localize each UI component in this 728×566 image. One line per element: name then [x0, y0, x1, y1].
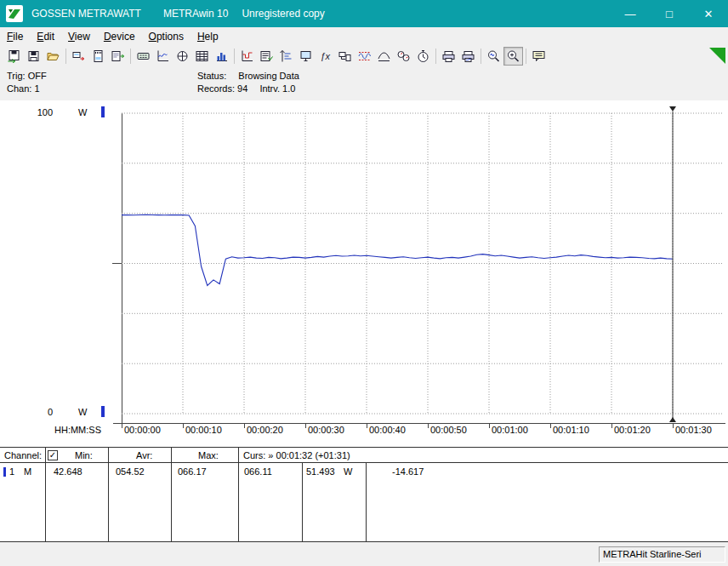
x-tick-label: 00:00:00	[124, 425, 161, 435]
toolbar: ƒx	[0, 45, 728, 67]
stopwatch-interval-icon	[416, 49, 430, 63]
x-axis-format-label: HH:MM:SS	[54, 425, 101, 435]
read-device-icon	[71, 49, 86, 63]
y-axis-mid-tick	[112, 263, 122, 264]
title-license-note: Unregistered copy	[242, 8, 324, 20]
channel-color-marker	[3, 467, 6, 477]
print-chart-button[interactable]	[458, 47, 478, 66]
energy-meter-icon	[396, 49, 411, 63]
row-delta-value: -14.617	[392, 466, 424, 477]
chart-plot[interactable]	[122, 113, 723, 414]
zoom-mode-button[interactable]	[503, 47, 523, 66]
stopwatch-interval-button[interactable]	[413, 47, 433, 66]
statusbar: METRAHit Starline-Seri	[0, 543, 728, 566]
menu-edit[interactable]: Edit	[30, 29, 61, 44]
digital-display-button[interactable]	[134, 47, 153, 66]
print-button[interactable]	[439, 47, 458, 66]
monitor-view-button[interactable]	[296, 47, 316, 66]
maximize-button[interactable]: □	[650, 0, 689, 27]
channel-status: Chan: 1	[7, 83, 47, 95]
table-header-divider	[0, 462, 728, 463]
print-chart-icon	[461, 49, 475, 63]
menu-options[interactable]: Options	[142, 29, 191, 44]
formula-function-icon: ƒx	[318, 49, 333, 63]
channel-visible-checkbox[interactable]: ✓	[48, 450, 58, 460]
data-table-icon	[195, 49, 209, 63]
menu-view[interactable]: View	[61, 29, 97, 44]
channel-marker-top	[101, 106, 105, 117]
header-min: Min:	[75, 450, 93, 460]
read-device-button[interactable]	[69, 47, 88, 66]
scale-settings-button[interactable]	[276, 47, 296, 66]
status-info-panel: Trig: OFF Chan: 1 Status: Browsing Data …	[0, 67, 728, 100]
menu-file[interactable]: File	[0, 29, 30, 44]
analog-meter-button[interactable]	[173, 47, 192, 66]
toolbar-separator	[433, 48, 439, 65]
x-tick-label: 00:00:40	[369, 425, 406, 435]
menu-device[interactable]: Device	[97, 29, 142, 44]
energy-meter-button[interactable]	[394, 47, 413, 66]
multichannel-chart-button[interactable]	[237, 47, 257, 66]
title-app-name: METRAwin 10	[163, 8, 228, 20]
chart-yt-button[interactable]	[153, 47, 173, 66]
cursor-stats-table: Channel: ✓ Min: Avr: Max: Curs: » 00:01:…	[0, 447, 728, 542]
titlebar[interactable]: GOSSEN METRAWATT METRAwin 10 Unregistere…	[0, 0, 728, 27]
close-button[interactable]: ✕	[689, 0, 728, 27]
open-measurement-file-button[interactable]	[4, 47, 24, 66]
waveform-limits-icon	[357, 49, 372, 63]
histogram-icon	[214, 49, 229, 63]
digital-display-icon	[136, 49, 151, 63]
close-icon: ✕	[704, 8, 714, 20]
chart-panel: 100 W 0 W HH:MM:SS 00:00:0000:00:1000:00…	[0, 100, 728, 447]
save-icon	[26, 49, 41, 63]
y-axis-unit-top: W	[78, 107, 87, 117]
x-axis-tick	[367, 423, 367, 428]
envelope-curve-button[interactable]	[374, 47, 394, 66]
x-axis-tick	[244, 423, 245, 428]
channel-settings-button[interactable]	[257, 47, 276, 66]
zoom-time-button[interactable]	[484, 47, 503, 66]
interval-value: Intrv. 1.0	[259, 83, 295, 94]
row-channel-mode: M	[24, 466, 31, 477]
toolbar-separator	[478, 48, 484, 65]
formula-function-button[interactable]: ƒx	[316, 47, 335, 66]
x-axis-tick	[611, 423, 612, 428]
export-data-button[interactable]	[108, 47, 128, 66]
waveform-limits-button[interactable]	[355, 47, 374, 66]
x-tick-label: 00:01:10	[553, 425, 589, 435]
data-table-button[interactable]	[192, 47, 212, 66]
device-type-panel: METRAHit Starline-Seri	[599, 546, 725, 563]
x-tick-label: 00:00:50	[430, 425, 467, 435]
toolbar-separator	[128, 48, 134, 65]
x-tick-label: 00:01:30	[675, 425, 712, 435]
row-max-value: 066.17	[178, 466, 207, 477]
x-axis-tick	[122, 423, 122, 428]
analog-meter-icon	[175, 49, 190, 63]
minimize-button[interactable]: —	[611, 0, 650, 27]
memory-card-icon	[91, 49, 105, 63]
y-axis-unit-bottom: W	[78, 407, 87, 417]
open-folder-icon	[46, 49, 60, 63]
memory-card-button[interactable]	[88, 47, 108, 66]
x-tick-label: 00:01:20	[614, 425, 651, 435]
zoom-time-icon	[486, 49, 501, 63]
table-column-divider	[366, 462, 367, 541]
toolbar-separator	[523, 48, 529, 65]
x-axis-tick	[183, 423, 184, 428]
x-tick-label: 00:01:00	[492, 425, 528, 435]
x-tick-label: 00:00:30	[308, 425, 344, 435]
title-brand: GOSSEN METRAWATT	[31, 8, 141, 20]
open-folder-button[interactable]	[43, 47, 63, 66]
monitor-view-icon	[299, 49, 313, 63]
connection-status-triangle	[709, 48, 725, 64]
row-cursor1-value: 066.11	[244, 466, 272, 477]
pc-transfer-button[interactable]	[335, 47, 355, 66]
row-min-value: 42.648	[54, 466, 82, 477]
histogram-button[interactable]	[212, 47, 231, 66]
envelope-curve-icon	[377, 49, 391, 63]
comment-note-button[interactable]	[529, 47, 549, 66]
save-button[interactable]	[24, 47, 43, 66]
menu-help[interactable]: Help	[191, 29, 225, 44]
x-axis-tick	[428, 423, 429, 428]
row-avr-value: 054.52	[116, 466, 145, 477]
